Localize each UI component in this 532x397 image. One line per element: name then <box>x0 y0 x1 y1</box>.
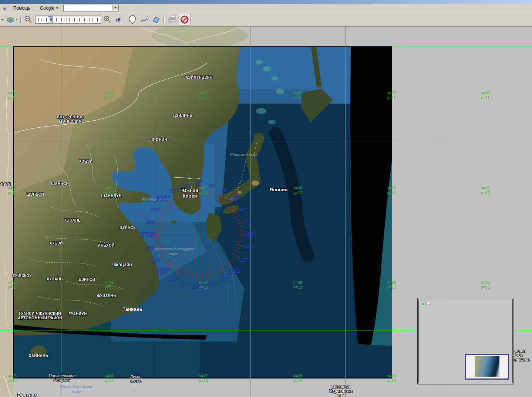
add-polygon-button[interactable] <box>151 14 162 25</box>
slider-tick <box>95 18 95 21</box>
slider-tick <box>79 18 80 21</box>
map-source-button[interactable]: Google <box>37 5 61 11</box>
placemark-manager-button[interactable] <box>166 14 178 25</box>
overview-minimap[interactable] <box>465 354 509 380</box>
slider-tick <box>38 18 39 21</box>
zoom-out-icon <box>24 15 33 24</box>
polygon-icon <box>151 15 161 24</box>
panel-goto-icon[interactable] <box>421 302 426 306</box>
layers-icon <box>6 15 18 24</box>
chevron-down-icon <box>114 7 117 9</box>
menu-item-help[interactable]: Помощь <box>10 4 34 12</box>
toolbar-separator <box>35 5 36 11</box>
slider-tick <box>90 18 90 21</box>
slider-tick <box>49 18 49 21</box>
zoom-slider[interactable] <box>35 16 101 24</box>
slider-tick <box>46 18 47 21</box>
layers-button[interactable] <box>5 14 19 25</box>
slider-tick <box>51 18 52 21</box>
zoom-out-button[interactable] <box>23 14 34 25</box>
slider-tick <box>97 18 98 21</box>
search-input[interactable] <box>64 6 113 11</box>
main-toolbar: z6 <box>0 13 532 27</box>
toolbar-separator <box>124 17 125 23</box>
menu-bar: ы Помощь Google <box>0 4 532 13</box>
slider-tick <box>59 18 59 21</box>
overview-thumbnail <box>475 356 499 377</box>
no-entry-icon <box>180 15 189 24</box>
zoom-level-label: z6 <box>115 17 121 23</box>
app-window: ХЭЙЛУНЦЗЯНВНУТРЕННЯЯ МОНГОЛИЯЦЗИЛИНЬЛЯОН… <box>0 0 532 397</box>
zoom-in-icon <box>103 15 112 24</box>
slider-tick <box>92 18 92 21</box>
add-placemark-button[interactable] <box>127 14 138 25</box>
slider-tick <box>77 18 77 21</box>
slider-tick <box>61 18 62 21</box>
zoom-in-button[interactable] <box>102 14 113 25</box>
slider-tick <box>44 18 44 21</box>
menu-item-cut[interactable]: ы <box>0 4 10 12</box>
combo-dropdown-button[interactable] <box>112 5 118 10</box>
slider-tick <box>56 18 57 21</box>
slider-tick <box>82 18 82 21</box>
slider-tick <box>69 18 70 21</box>
slider-tick <box>84 18 85 21</box>
slider-tick <box>72 18 72 21</box>
hide-marks-toggle[interactable] <box>179 14 191 26</box>
window-titlebar <box>0 0 532 4</box>
placemark-list-icon <box>167 15 177 24</box>
slider-tick <box>67 18 67 21</box>
path-icon <box>139 15 149 24</box>
slider-tick <box>41 18 41 21</box>
slider-tick <box>74 18 75 21</box>
toolbar-overflow-icon[interactable] <box>1 19 3 20</box>
panel-minimize-icon[interactable] <box>426 302 431 306</box>
add-path-button[interactable] <box>139 14 150 25</box>
slider-tick <box>87 18 87 21</box>
placemark-icon <box>128 15 137 24</box>
toolbar-separator <box>20 17 22 23</box>
slider-tick <box>64 18 64 21</box>
slider-tick <box>54 18 54 21</box>
overview-panel <box>417 298 514 384</box>
toolbar-separator <box>163 17 165 23</box>
search-combobox <box>63 5 119 11</box>
chevron-down-icon <box>56 7 58 9</box>
